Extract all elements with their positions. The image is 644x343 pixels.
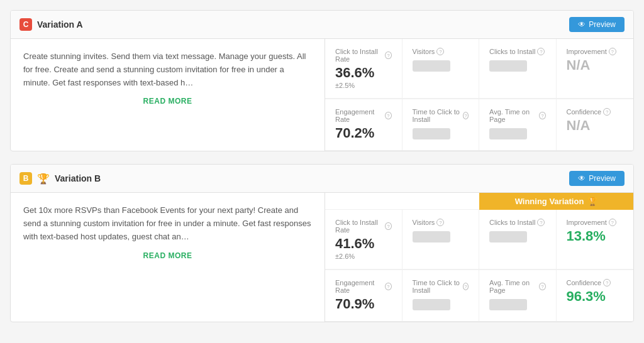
variation-a-title: Variation A	[37, 19, 83, 30]
stat-value: 36.6%	[335, 65, 392, 80]
info-icon: ?	[385, 222, 391, 230]
stat-sub: ±2.5%	[335, 82, 392, 89]
blurred-stat-value	[489, 60, 527, 72]
stat-value: 41.6%	[335, 236, 392, 251]
stat-value: N/A	[567, 118, 624, 133]
stat-label: Improvement?	[567, 48, 624, 55]
stat-cell: Time to Click to Install?	[402, 99, 480, 151]
blurred-stat-value	[413, 299, 450, 310]
info-icon: ?	[609, 219, 616, 226]
stat-label: Time to Click to Install?	[413, 108, 469, 123]
variation-a-description: Create stunning invites. Send them via t…	[23, 50, 312, 89]
info-icon: ?	[436, 48, 444, 55]
variation-b-stats-bottom-row: Engagement Rate?70.9%Time to Click to In…	[325, 270, 633, 322]
stat-cell: Time to Click to Install?	[402, 270, 480, 322]
stat-cell: Visitors?	[402, 210, 480, 270]
blurred-stat-value	[489, 128, 527, 139]
info-icon: ?	[603, 108, 611, 116]
info-icon: ?	[609, 48, 616, 55]
stat-label: Visitors?	[413, 219, 469, 226]
stat-cell: Confidence?N/A	[557, 99, 634, 151]
info-icon: ?	[539, 283, 545, 290]
stat-cell: Engagement Rate?70.9%	[325, 270, 402, 322]
stat-label: Confidence?	[567, 279, 624, 286]
winning-banner-spacer	[325, 193, 479, 210]
variation-b-title: Variation B	[55, 173, 101, 183]
preview-label: Preview	[589, 174, 616, 183]
blurred-stat-value	[413, 231, 450, 242]
variation-a-content: Create stunning invites. Send them via t…	[11, 39, 325, 151]
trophy-icon: 🏆	[37, 172, 50, 185]
stat-label: Improvement?	[567, 219, 624, 226]
info-icon: ?	[385, 52, 391, 59]
winning-banner: Winning Variation🏆	[479, 193, 633, 210]
variation-b-content: Get 10x more RSVPs than Facebook Events …	[11, 193, 325, 322]
stat-value: N/A	[567, 58, 624, 73]
eye-icon: 👁	[578, 174, 586, 183]
blurred-stat-value	[413, 128, 450, 139]
variation-b-header-left: B🏆Variation B	[19, 172, 101, 185]
stat-label: Click to Install Rate?	[335, 219, 392, 234]
stat-cell: Avg. Time on Page?	[479, 99, 557, 151]
stat-cell: Improvement?13.8%	[557, 210, 634, 270]
stat-value: 96.3%	[567, 289, 624, 304]
preview-label: Preview	[589, 20, 616, 29]
stat-sub: ±2.6%	[335, 253, 392, 260]
stat-label: Clicks to Install?	[489, 219, 546, 226]
variation-a-icon: C	[19, 18, 32, 31]
stat-value: 70.2%	[335, 126, 392, 141]
stat-cell: Improvement?N/A	[557, 39, 634, 99]
info-icon: ?	[463, 283, 469, 290]
stat-label: Click to Install Rate?	[335, 48, 392, 63]
variation-b-preview-button[interactable]: 👁Preview	[569, 171, 625, 186]
stat-label: Engagement Rate?	[335, 108, 392, 123]
variation-b-icon: B	[19, 172, 32, 185]
stat-value: 13.8%	[567, 229, 624, 244]
info-icon: ?	[603, 279, 611, 286]
info-icon: ?	[537, 219, 545, 226]
info-icon: ?	[463, 112, 469, 119]
info-icon: ?	[385, 283, 392, 290]
eye-icon: 👁	[578, 20, 586, 29]
variation-b-header: B🏆Variation B👁Preview	[11, 165, 633, 193]
stat-label: Avg. Time on Page?	[489, 279, 546, 294]
stat-cell: Clicks to Install?	[479, 210, 557, 270]
stat-cell: Engagement Rate?70.2%	[325, 99, 402, 151]
variation-a-stats-bottom-row: Engagement Rate?70.2%Time to Click to In…	[325, 99, 633, 151]
stat-cell: Avg. Time on Page?	[479, 270, 557, 322]
variation-b-stats: Winning Variation🏆Click to Install Rate?…	[325, 193, 633, 322]
stat-cell: Click to Install Rate?36.6%±2.5%	[325, 39, 402, 99]
variation-a-header-left: CVariation A	[19, 18, 83, 31]
stat-label: Engagement Rate?	[335, 279, 392, 294]
stat-value: 70.9%	[335, 297, 392, 312]
variation-a-body: Create stunning invites. Send them via t…	[11, 39, 633, 151]
variation-b-read-more[interactable]: READ MORE	[23, 251, 312, 260]
variation-a-preview-button[interactable]: 👁Preview	[569, 17, 625, 32]
stat-cell: Clicks to Install?	[479, 39, 557, 99]
variation-b-description: Get 10x more RSVPs than Facebook Events …	[23, 204, 312, 243]
blurred-stat-value	[489, 299, 527, 310]
variation-a-read-more[interactable]: READ MORE	[23, 97, 312, 106]
variation-a: CVariation A👁PreviewCreate stunning invi…	[10, 10, 634, 151]
info-icon: ?	[537, 48, 545, 55]
stat-label: Confidence?	[567, 108, 624, 116]
stat-label: Visitors?	[413, 48, 469, 55]
variation-a-stats: Click to Install Rate?36.6%±2.5%Visitors…	[325, 39, 633, 151]
stat-cell: Click to Install Rate?41.6%±2.6%	[325, 210, 402, 270]
stat-cell: Confidence?96.3%	[557, 270, 634, 322]
variation-a-stats-top-row: Click to Install Rate?36.6%±2.5%Visitors…	[325, 39, 633, 99]
blurred-stat-value	[413, 60, 450, 72]
stat-label: Avg. Time on Page?	[489, 108, 546, 123]
info-icon: ?	[436, 219, 444, 226]
winning-label: Winning Variation	[515, 197, 584, 206]
variation-b: B🏆Variation B👁PreviewGet 10x more RSVPs …	[10, 164, 634, 322]
variation-a-header: CVariation A👁Preview	[11, 11, 633, 39]
winning-header-row: Winning Variation🏆	[325, 193, 633, 210]
info-icon: ?	[539, 112, 545, 119]
stat-label: Time to Click to Install?	[413, 279, 469, 294]
stat-label: Clicks to Install?	[489, 48, 546, 55]
info-icon: ?	[385, 112, 392, 119]
variation-b-stats-top-row: Click to Install Rate?41.6%±2.6%Visitors…	[325, 210, 633, 270]
stat-cell: Visitors?	[402, 39, 480, 99]
variation-b-body: Get 10x more RSVPs than Facebook Events …	[11, 193, 633, 322]
